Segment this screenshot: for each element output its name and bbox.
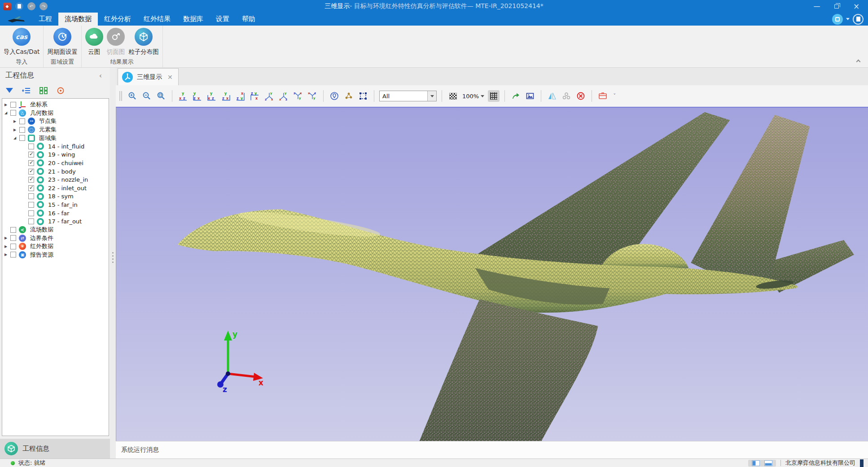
tree-checkbox[interactable] — [28, 144, 34, 149]
tree-row[interactable]: 边界条件 — [2, 234, 109, 243]
tree-expand-arrow[interactable] — [4, 253, 10, 257]
snapshot-icon[interactable] — [524, 90, 536, 102]
tree-checkbox[interactable] — [28, 193, 34, 199]
zoom-level-dropdown[interactable]: 100% — [461, 93, 485, 100]
menu-item[interactable]: 设置 — [210, 13, 236, 26]
view-bottom-icon[interactable]: zyx — [249, 90, 261, 102]
close-button[interactable]: × — [846, 0, 866, 13]
tree-checkbox[interactable] — [28, 169, 34, 175]
theme-icon[interactable] — [853, 14, 864, 25]
tree-checkbox[interactable] — [28, 185, 34, 191]
window-resize-corner[interactable] — [860, 459, 864, 467]
toolbar-grip[interactable] — [119, 91, 122, 101]
menu-item[interactable]: 流场数据 — [58, 13, 98, 26]
menu-item[interactable]: 工程 — [32, 13, 58, 26]
new-document-icon[interactable] — [15, 2, 23, 10]
ribbon-collapse-chevron[interactable] — [857, 60, 861, 64]
mirror-icon[interactable] — [546, 90, 558, 102]
import-cas-dat-button[interactable]: cas 导入Cas/Dat — [2, 27, 41, 56]
tree-checkbox[interactable] — [28, 160, 34, 166]
chevron-down-icon[interactable] — [846, 18, 850, 20]
tree-expand-arrow[interactable] — [4, 244, 10, 249]
tree-row[interactable]: 节点集 — [2, 117, 109, 126]
view-style-icon[interactable] — [832, 14, 843, 25]
particle-map-button[interactable]: 粒子分布图 — [127, 27, 161, 56]
tree-checkbox[interactable] — [28, 177, 34, 183]
select-box-icon[interactable] — [357, 90, 369, 102]
tree-checkbox[interactable] — [28, 210, 34, 216]
tree-expand-arrow[interactable] — [4, 236, 10, 240]
view-front-icon[interactable]: yxz — [177, 90, 189, 102]
project-info-bottom-tab[interactable]: 工程信息 — [0, 439, 110, 458]
menu-item[interactable]: 红外结果 — [137, 13, 177, 26]
tree-checkbox[interactable] — [28, 218, 34, 224]
view-top-icon[interactable]: xzy — [235, 90, 246, 102]
view-back-icon[interactable]: yzx — [192, 90, 203, 102]
tree-expand-arrow[interactable] — [13, 128, 19, 132]
maximize-button[interactable] — [827, 0, 846, 13]
smooth-surface-icon[interactable] — [561, 90, 572, 102]
tree-row[interactable]: 17 - far_out — [2, 217, 109, 226]
tree-checkbox[interactable] — [10, 235, 16, 241]
tree-checkbox[interactable] — [19, 135, 25, 141]
minimize-button[interactable]: — — [807, 0, 827, 13]
menu-item[interactable]: 帮助 — [236, 13, 262, 26]
view-iso-3-icon[interactable]: yzx — [292, 90, 304, 102]
tree-row[interactable]: 报告资源 — [2, 251, 109, 259]
locate-pin-icon[interactable] — [329, 90, 340, 102]
tree-row[interactable]: 22 - inlet_out — [2, 184, 109, 192]
tree-row[interactable]: 几何数据 — [2, 109, 109, 118]
tree-row[interactable]: 21 - body — [2, 167, 109, 176]
view-right-icon[interactable]: yzx — [220, 90, 232, 102]
redo-icon[interactable]: ↷ — [39, 2, 48, 10]
tree-row[interactable]: 19 - wing — [2, 151, 109, 159]
tree-row[interactable]: 红外数据 — [2, 242, 109, 251]
period-face-button[interactable]: 周期面设置 — [45, 27, 79, 56]
display-filter-dropdown[interactable]: All — [379, 91, 437, 101]
tree-checkbox[interactable] — [10, 252, 16, 258]
undo-icon[interactable]: ↶ — [27, 2, 35, 10]
outline-list-icon[interactable] — [21, 85, 32, 96]
layout-bottom-icon[interactable] — [764, 460, 772, 466]
clear-remove-icon[interactable] — [575, 90, 587, 102]
layout-left-icon[interactable] — [752, 460, 760, 466]
tree-expand-arrow[interactable] — [4, 111, 10, 115]
app-icon[interactable]: ◆ — [3, 3, 11, 10]
tree-checkbox[interactable] — [19, 118, 25, 124]
zoom-fit-icon[interactable] — [155, 90, 167, 102]
grid-toggle-icon[interactable] — [488, 90, 500, 102]
view-iso-1-icon[interactable]: yzx — [263, 90, 275, 102]
section-box-icon[interactable] — [597, 90, 609, 102]
zoom-in-icon[interactable] — [127, 90, 138, 102]
tab-close-icon[interactable]: ✕ — [167, 74, 173, 81]
tree-row[interactable]: 18 - sym — [2, 192, 109, 201]
tree-expand-arrow[interactable] — [13, 136, 19, 140]
tree-checkbox[interactable] — [28, 202, 34, 208]
tree-expand-arrow[interactable] — [4, 103, 10, 107]
cloud-map-button[interactable]: 云图 — [83, 27, 105, 56]
locate-target-icon[interactable] — [55, 85, 66, 96]
tree-checkbox[interactable] — [10, 244, 16, 249]
tree-row[interactable]: 14 - int_fluid — [2, 142, 109, 151]
panel-splitter[interactable] — [110, 68, 116, 458]
tree-row[interactable]: 23 - nozzle_in — [2, 175, 109, 184]
filter-icon[interactable] — [4, 85, 15, 96]
tree-row[interactable]: 面域集 — [2, 134, 109, 142]
tree-checkbox[interactable] — [10, 102, 16, 108]
dropdown-button[interactable] — [427, 91, 436, 101]
share-export-icon[interactable] — [510, 90, 522, 102]
tree-row[interactable]: 元素集 — [2, 126, 109, 134]
tree-row[interactable]: 流场数据 — [2, 226, 109, 234]
view-left-icon[interactable]: yxz — [206, 90, 218, 102]
tree-row[interactable]: 坐标系 — [2, 100, 109, 109]
section-map-button[interactable]: 切面图 — [105, 27, 127, 56]
tree-checkbox[interactable] — [28, 152, 34, 157]
panel-collapse-icon[interactable]: ‹ — [96, 71, 105, 80]
tree-checkbox[interactable] — [19, 127, 25, 133]
viewport-3d[interactable]: y x z — [116, 107, 868, 441]
zoom-out-icon[interactable] — [141, 90, 153, 102]
menu-item[interactable]: 数据库 — [177, 13, 210, 26]
tree-checkbox[interactable] — [10, 110, 16, 116]
tree-expand-arrow[interactable] — [13, 119, 19, 123]
tree-row[interactable]: 16 - far — [2, 209, 109, 218]
